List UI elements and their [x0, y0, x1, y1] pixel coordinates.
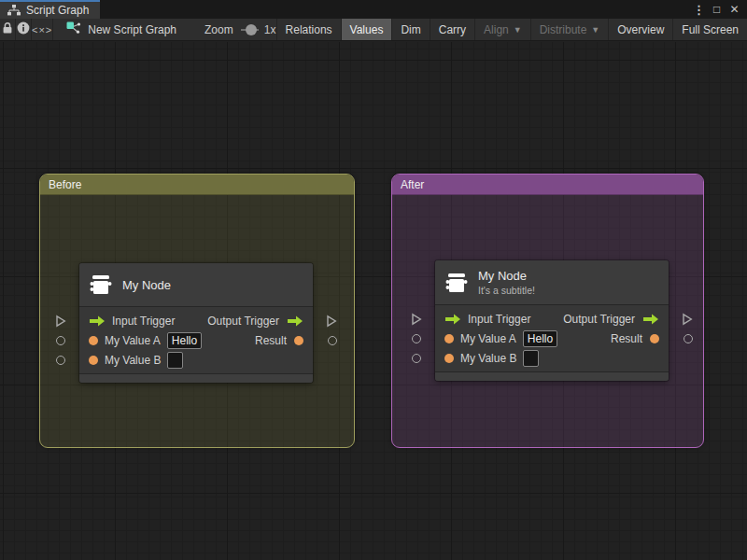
info-icon [16, 21, 31, 38]
value-b-port-icon[interactable] [444, 354, 454, 363]
info-button[interactable] [16, 19, 32, 40]
group-after-header[interactable]: After [392, 175, 703, 195]
group-before-header[interactable]: Before [40, 175, 354, 195]
node-title: My Node [478, 269, 535, 283]
external-input-trigger-port[interactable] [411, 313, 422, 326]
relations-button[interactable]: Relations [276, 19, 341, 40]
script-graph-window: Script Graph ⋮ □ ✕ [0, 0, 747, 560]
toolbar-right-group: Relations Values Dim Carry Align ▼ Distr… [276, 19, 747, 40]
external-result-port[interactable] [684, 334, 693, 343]
result-label: Result [611, 332, 642, 345]
window-menu-icon[interactable]: ⋮ [690, 3, 708, 17]
value-a-input[interactable]: Hello [523, 330, 557, 347]
node-header[interactable]: My Node [79, 263, 313, 307]
group-label: Before [49, 178, 81, 191]
group-label: After [401, 178, 424, 191]
unit-icon [89, 273, 113, 297]
output-trigger-label: Output Trigger [563, 313, 635, 326]
chevron-down-icon: ▼ [514, 25, 522, 35]
code-preview-button[interactable]: <×> [32, 19, 53, 40]
zoom-slider-handle[interactable] [246, 24, 257, 35]
node-footer [79, 373, 313, 383]
node-footer [435, 371, 669, 381]
external-output-trigger-port[interactable] [326, 315, 337, 328]
value-a-label: My Value A [460, 332, 516, 345]
tab-script-graph[interactable]: Script Graph [0, 0, 100, 19]
result-port-icon[interactable] [294, 336, 303, 345]
node-subtitle: It's a subtitle! [478, 285, 535, 296]
value-a-label: My Value A [105, 334, 161, 347]
value-b-input[interactable] [167, 352, 183, 369]
node-header[interactable]: My Node It's a subtitle! [435, 260, 669, 305]
graph-asset[interactable]: New Script Graph [66, 21, 176, 37]
graph-asset-name: New Script Graph [88, 23, 176, 36]
result-port-icon[interactable] [650, 334, 659, 343]
graph-canvas[interactable]: Before After [0, 42, 747, 560]
full-screen-button[interactable]: Full Screen [672, 19, 747, 40]
input-trigger-label: Input Trigger [112, 315, 175, 328]
node-body: Input Trigger Output Trigger My Value A … [79, 307, 313, 373]
distribute-dropdown[interactable]: Distribute ▼ [530, 19, 609, 40]
window-maximize-icon[interactable]: □ [708, 3, 726, 16]
graph-hierarchy-icon [7, 5, 21, 16]
input-trigger-port-icon[interactable] [89, 315, 106, 327]
external-input-trigger-port[interactable] [55, 315, 66, 328]
input-trigger-port-icon[interactable] [444, 314, 461, 325]
result-label: Result [255, 334, 287, 347]
value-b-label: My Value B [460, 352, 516, 365]
window-controls: ⋮ □ ✕ [690, 0, 747, 19]
unit-icon [444, 271, 469, 295]
output-trigger-port-icon[interactable] [287, 315, 303, 327]
lock-button[interactable] [0, 19, 16, 40]
node-my-node-before[interactable]: My Node Input Trigger Output Trigger [79, 263, 313, 383]
output-trigger-port-icon[interactable] [642, 314, 659, 325]
zoom-label: Zoom [204, 23, 233, 36]
carry-button[interactable]: Carry [430, 19, 474, 40]
external-output-trigger-port[interactable] [682, 313, 693, 326]
tab-title: Script Graph [26, 4, 89, 17]
value-b-label: My Value B [105, 354, 161, 367]
external-result-port[interactable] [328, 336, 337, 345]
zoom-value: 1x [264, 23, 276, 36]
value-b-port-icon[interactable] [89, 356, 98, 365]
window-close-icon[interactable]: ✕ [726, 3, 743, 16]
overview-button[interactable]: Overview [608, 19, 672, 40]
zoom-slider[interactable] [241, 23, 259, 36]
value-b-input[interactable] [523, 350, 539, 367]
tab-bar: Script Graph ⋮ □ ✕ [0, 0, 747, 19]
node-body: Input Trigger Output Trigger My Value A … [435, 305, 669, 371]
align-dropdown[interactable]: Align ▼ [474, 19, 530, 40]
external-value-a-port[interactable] [411, 334, 421, 343]
lock-icon [0, 21, 15, 37]
dim-button[interactable]: Dim [391, 19, 429, 40]
value-a-port-icon[interactable] [89, 336, 98, 345]
graph-toolbar: <×> New Script Graph Zoom 1x Relations V… [0, 19, 747, 41]
node-my-node-after[interactable]: My Node It's a subtitle! Input Trigger O… [435, 260, 669, 381]
output-trigger-label: Output Trigger [207, 315, 279, 328]
value-a-port-icon[interactable] [444, 334, 454, 343]
code-icon: <×> [32, 24, 52, 35]
external-value-b-port[interactable] [55, 356, 65, 365]
external-value-b-port[interactable] [411, 354, 421, 363]
value-a-input[interactable]: Hello [167, 332, 202, 349]
external-value-a-port[interactable] [55, 336, 65, 345]
node-title: My Node [122, 278, 171, 292]
values-button[interactable]: Values [341, 19, 392, 40]
input-trigger-label: Input Trigger [468, 313, 530, 326]
script-graph-asset-icon [66, 21, 81, 37]
chevron-down-icon: ▼ [591, 25, 599, 35]
